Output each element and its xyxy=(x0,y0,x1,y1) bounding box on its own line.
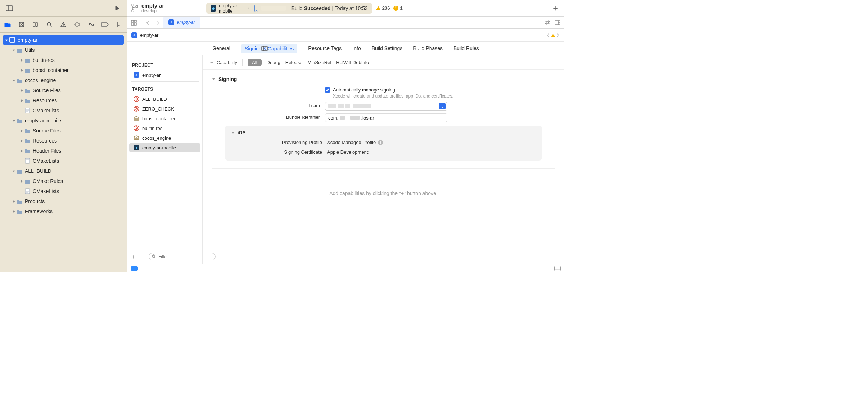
target-item[interactable]: cocos_engine xyxy=(129,133,200,143)
debug-navigator-icon[interactable] xyxy=(87,19,95,30)
editor-tab-title: empty-ar xyxy=(177,19,195,25)
svg-rect-6 xyxy=(33,23,35,26)
tree-item[interactable]: Source Files xyxy=(3,126,124,136)
auto-manage-signing[interactable]: Automatically manage signing xyxy=(325,87,453,93)
hide-targets-pane-icon[interactable] xyxy=(259,44,270,54)
chevron-down-icon[interactable] xyxy=(12,78,16,82)
source-control-navigator-icon[interactable] xyxy=(18,19,26,30)
info-icon[interactable]: i xyxy=(378,140,383,145)
add-capability-button[interactable]: ＋ Capability xyxy=(209,59,237,66)
tree-item[interactable]: CMakeLists xyxy=(3,186,124,196)
settings-tab-resource-tags[interactable]: Resource Tags xyxy=(308,44,342,53)
settings-tab-build-phases[interactable]: Build Phases xyxy=(413,44,443,53)
remove-target-button[interactable]: － xyxy=(139,252,146,262)
auto-manage-checkbox[interactable] xyxy=(325,87,330,93)
config-debug[interactable]: Debug xyxy=(267,60,280,65)
settings-tab-build-rules[interactable]: Build Rules xyxy=(453,44,479,53)
target-item[interactable]: ◆empty-ar-mobile xyxy=(129,143,200,152)
bottom-status-bar xyxy=(127,264,564,272)
config-minsizerel[interactable]: MinSizeRel xyxy=(308,60,331,65)
svg-marker-74 xyxy=(232,132,234,134)
tree-item-label: CMakeLists xyxy=(33,108,59,113)
chevron-right-icon[interactable] xyxy=(19,68,24,72)
add-editor-icon[interactable] xyxy=(553,18,562,27)
folder-icon xyxy=(16,198,23,204)
forward-button[interactable] xyxy=(153,18,163,27)
tree-item[interactable]: Header Files xyxy=(3,146,124,156)
tree-item[interactable]: empty-ar-mobile xyxy=(3,116,124,126)
target-item[interactable]: ALL_BUILD xyxy=(129,94,200,104)
report-navigator-icon[interactable] xyxy=(115,19,123,30)
breadcrumb-title[interactable]: empty-ar xyxy=(140,32,158,38)
related-items-icon[interactable] xyxy=(129,18,139,27)
tree-item[interactable]: Products xyxy=(3,196,124,206)
config-all[interactable]: All xyxy=(248,59,261,66)
chevron-down-icon[interactable] xyxy=(12,118,16,123)
settings-tab-general[interactable]: General xyxy=(212,44,230,53)
signing-section: Signing Automatically manage signing Xco… xyxy=(203,70,564,162)
tree-item[interactable]: Resources xyxy=(3,95,124,105)
chevron-right-icon[interactable] xyxy=(19,179,24,183)
folder-icon xyxy=(24,148,31,154)
config-relwithdebinfo[interactable]: RelWithDebInfo xyxy=(336,60,369,65)
toggle-bottom-panel-icon[interactable] xyxy=(554,266,561,271)
tree-item[interactable]: builtin-res xyxy=(3,55,124,65)
chevron-down-icon[interactable] xyxy=(12,169,16,173)
chevron-down-icon[interactable] xyxy=(212,76,216,82)
sidebar-toggle-icon[interactable] xyxy=(4,3,14,13)
settings-tab-info[interactable]: Info xyxy=(352,44,361,53)
project-item[interactable]: A empty-ar xyxy=(129,70,200,80)
tree-item[interactable]: cocos_engine xyxy=(3,75,124,85)
target-item[interactable]: builtin-res xyxy=(129,123,200,133)
swap-editor-icon[interactable] xyxy=(543,18,552,27)
warnings-badge[interactable]: 236 xyxy=(376,5,390,11)
svg-point-15 xyxy=(93,24,94,25)
add-button[interactable]: ＋ xyxy=(551,3,561,13)
tree-item[interactable]: Frameworks xyxy=(3,206,124,216)
issue-navigator-icon[interactable] xyxy=(59,19,67,30)
bundle-id-field[interactable]: com. .ios-ar xyxy=(325,113,447,122)
tree-root[interactable]: empty-ar xyxy=(3,35,124,45)
tree-item[interactable]: Resources xyxy=(3,136,124,146)
jump-bar-nav[interactable] xyxy=(546,33,560,37)
add-target-button[interactable]: ＋ xyxy=(130,252,136,262)
signing-cert-label: Signing Certificate xyxy=(231,149,322,155)
back-button[interactable] xyxy=(143,18,153,27)
errors-badge[interactable]: ! 1 xyxy=(393,5,402,11)
config-release[interactable]: Release xyxy=(285,60,303,65)
breakpoint-navigator-icon[interactable] xyxy=(101,19,109,30)
target-item[interactable]: boost_container xyxy=(129,114,200,123)
chevron-right-icon[interactable] xyxy=(19,98,24,103)
chevron-right-icon[interactable] xyxy=(12,209,16,213)
tree-item[interactable]: Source Files xyxy=(3,85,124,95)
chevron-down-icon[interactable] xyxy=(231,130,235,135)
branch-indicator[interactable]: empty-ar develop xyxy=(131,3,203,14)
tree-item[interactable]: CMake Rules xyxy=(3,176,124,186)
project-tree[interactable]: empty-ar Utilsbuiltin-resboost_container… xyxy=(0,33,127,272)
settings-tab-build-settings[interactable]: Build Settings xyxy=(372,44,403,53)
team-select[interactable]: ⌄ xyxy=(325,102,447,111)
symbol-navigator-icon[interactable] xyxy=(32,19,40,30)
scheme-selector[interactable]: ◆ empty-ar-mobile 〉 Build Succeeded | To… xyxy=(206,3,372,14)
tree-item[interactable]: ALL_BUILD xyxy=(3,166,124,176)
tree-item[interactable]: CMakeLists xyxy=(3,105,124,116)
filter-tag-icon[interactable] xyxy=(131,266,138,271)
chevron-right-icon[interactable] xyxy=(19,139,24,143)
chevron-right-icon[interactable] xyxy=(12,199,16,203)
chevron-right-icon[interactable] xyxy=(19,149,24,153)
chevron-down-icon[interactable] xyxy=(4,38,9,42)
run-button[interactable] xyxy=(112,3,122,13)
find-navigator-icon[interactable] xyxy=(45,19,53,30)
chevron-right-icon[interactable] xyxy=(19,88,24,93)
editor-tab[interactable]: A empty-ar xyxy=(163,17,200,28)
tree-item[interactable]: Utils xyxy=(3,45,124,55)
chevron-right-icon[interactable] xyxy=(19,58,24,62)
target-item[interactable]: ZERO_CHECK xyxy=(129,104,200,113)
test-navigator-icon[interactable] xyxy=(73,19,81,30)
tree-item[interactable]: boost_container xyxy=(3,65,124,75)
tree-item[interactable]: CMakeLists xyxy=(3,156,124,166)
chevron-right-icon[interactable] xyxy=(19,129,24,133)
provisioning-label: Provisioning Profile xyxy=(231,140,322,145)
project-navigator-icon[interactable] xyxy=(4,19,12,30)
chevron-down-icon[interactable] xyxy=(12,48,16,52)
